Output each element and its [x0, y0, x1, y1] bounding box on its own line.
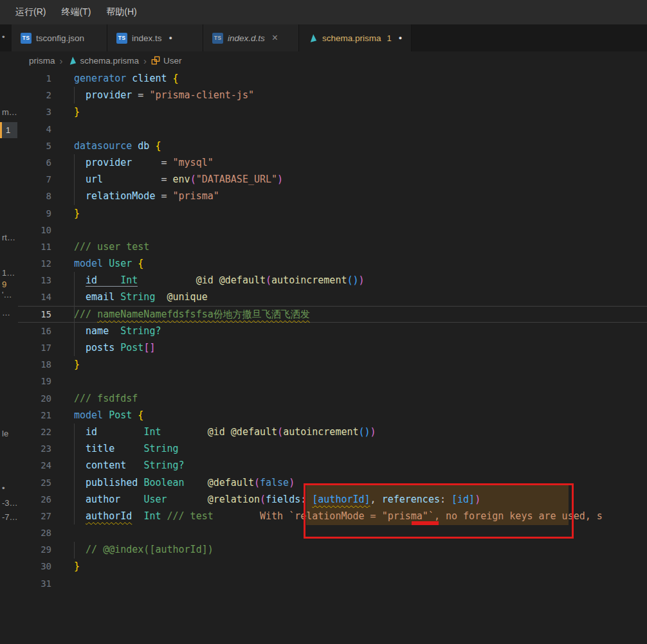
- menu-item[interactable]: 终端(T): [55, 4, 97, 21]
- sidebar-item-fragment[interactable]: •: [2, 483, 5, 493]
- tab-index.d.ts[interactable]: TSindex.d.ts×: [203, 24, 299, 51]
- code-line[interactable]: 7 url = env("DATABASE_URL"): [0, 171, 647, 188]
- tab-tsconfig.json[interactable]: TStsconfig.json: [12, 24, 107, 51]
- typescript-file-icon: TS: [116, 33, 127, 44]
- sidebar-item-fragment[interactable]: •: [2, 32, 5, 42]
- code-text: content String?: [74, 457, 185, 474]
- code-line[interactable]: 30}: [0, 558, 647, 575]
- code-line[interactable]: 29 // @@index([authorId]): [0, 541, 647, 558]
- code-text: author User @relation(fields: [authorId]…: [74, 491, 480, 508]
- code-text: posts Post[]: [74, 339, 155, 356]
- code-line[interactable]: 14 email String @unique: [0, 289, 647, 305]
- menu-item[interactable]: 帮助(H): [100, 4, 143, 21]
- code-text: }: [74, 205, 80, 222]
- sidebar-item-fragment[interactable]: m…: [2, 107, 17, 117]
- code-text: model User {: [74, 255, 143, 272]
- code-line[interactable]: 21model Post {: [0, 407, 647, 424]
- code-text: authorId Int /// test With `relationMode…: [74, 508, 603, 524]
- code-text: }: [74, 558, 80, 575]
- breadcrumb-label: prisma: [29, 56, 55, 66]
- code-text: }: [74, 103, 80, 120]
- code-text: relationMode = "prisma": [74, 188, 219, 204]
- sidebar-item-fragment[interactable]: 1: [0, 122, 17, 138]
- breadcrumb-item-schema.prisma[interactable]: schema.prisma: [68, 56, 140, 66]
- code-line[interactable]: 22 id Int @id @default(autoincrement()): [0, 424, 647, 440]
- breadcrumb: prisma›schema.prisma›User: [0, 51, 647, 69]
- tab-bar: TStsconfig.jsonTSindex.ts●TSindex.d.ts×s…: [0, 24, 647, 51]
- code-line[interactable]: 13 id Int @id @default(autoincrement()): [0, 272, 647, 289]
- code-line[interactable]: 16 name String?: [0, 323, 647, 339]
- code-line[interactable]: 19: [0, 373, 647, 389]
- code-line[interactable]: 24 content String?: [0, 457, 647, 474]
- code-text: email String @unique: [74, 289, 208, 305]
- code-text: generator client {: [74, 70, 179, 87]
- breadcrumb-item-User[interactable]: User: [151, 56, 182, 66]
- code-text: name String?: [74, 323, 161, 339]
- code-text: }: [74, 356, 80, 373]
- prisma-file-icon: [308, 33, 318, 43]
- tab-label: schema.prisma: [322, 33, 381, 43]
- editor[interactable]: 1generator client {2 provider = "prisma-…: [0, 69, 647, 644]
- tab-label: index.ts: [132, 33, 162, 43]
- code-line[interactable]: 18}: [0, 356, 647, 373]
- code-text: title String: [74, 440, 179, 457]
- code-text: id Int @id @default(autoincrement()): [74, 272, 365, 289]
- code-line[interactable]: 26 author User @relation(fields: [author…: [0, 491, 647, 508]
- sidebar-item-fragment[interactable]: le: [2, 429, 8, 438]
- typescript-file-icon: TS: [212, 33, 223, 44]
- code-text: // @@index([authorId]): [74, 541, 214, 558]
- class-symbol-icon: [151, 56, 160, 65]
- prisma-file-icon: [68, 56, 77, 66]
- code-line[interactable]: 1generator client {: [0, 70, 647, 87]
- modified-dot-icon[interactable]: ●: [169, 35, 172, 41]
- problems-badge: 1: [387, 33, 392, 43]
- menu-bar: 运行(R)终端(T)帮助(H): [0, 0, 647, 24]
- code-text: published Boolean @default(false): [74, 474, 295, 491]
- code-line[interactable]: 6 provider = "mysql": [0, 154, 647, 171]
- sidebar-item-fragment[interactable]: …: [2, 308, 10, 318]
- tab-schema.prisma[interactable]: schema.prisma1●: [299, 24, 412, 51]
- code-line[interactable]: 2 provider = "prisma-client-js": [0, 87, 647, 103]
- breadcrumb-label: schema.prisma: [80, 56, 140, 66]
- code-line[interactable]: 8 relationMode = "prisma": [0, 188, 647, 204]
- tab-label: tsconfig.json: [36, 33, 84, 43]
- sidebar-item-fragment[interactable]: -3…: [2, 498, 18, 508]
- code-text: model Post {: [74, 407, 143, 424]
- code-line[interactable]: 25 published Boolean @default(false): [0, 474, 647, 491]
- breadcrumb-separator-icon: ›: [60, 55, 63, 66]
- code-line[interactable]: 15/// nameNameNamefdsfsfsa份地方撒旦飞洒飞洒发: [0, 306, 647, 323]
- code-line[interactable]: 3}: [0, 103, 647, 120]
- code-text: datasource db {: [74, 138, 161, 154]
- code-text: provider = "prisma-client-js": [74, 87, 254, 103]
- sidebar-fragments: •m…1rt…1…9'……le•-3…-7…: [0, 0, 19, 644]
- code-text: /// fsdfdsf: [74, 390, 138, 407]
- breadcrumb-label: User: [163, 56, 182, 66]
- code-line[interactable]: 9}: [0, 205, 647, 222]
- code-line[interactable]: 12model User {: [0, 255, 647, 272]
- code-text: provider = "mysql": [74, 154, 214, 171]
- tab-index.ts[interactable]: TSindex.ts●: [107, 24, 203, 51]
- code-line[interactable]: 23 title String: [0, 440, 647, 457]
- sidebar-item-fragment[interactable]: '…: [2, 290, 12, 300]
- code-text: url = env("DATABASE_URL"): [74, 171, 283, 188]
- sidebar-item-fragment[interactable]: 9: [2, 280, 6, 289]
- code-line[interactable]: 17 posts Post[]: [0, 339, 647, 356]
- code-line[interactable]: 5datasource db {: [0, 138, 647, 154]
- modified-dot-icon[interactable]: ●: [399, 35, 402, 41]
- sidebar-item-fragment[interactable]: -7…: [2, 512, 18, 522]
- breadcrumb-item-prisma[interactable]: prisma: [29, 56, 55, 66]
- tab-label: index.d.ts: [228, 33, 265, 43]
- code-line[interactable]: 27 authorId Int /// test With `relationM…: [0, 508, 647, 524]
- code-line[interactable]: 31: [0, 575, 647, 592]
- code-line[interactable]: 20/// fsdfdsf: [0, 390, 647, 407]
- sidebar-item-fragment[interactable]: 1…: [2, 268, 15, 278]
- code-text: id Int @id @default(autoincrement()): [74, 424, 376, 440]
- sidebar-item-fragment[interactable]: rt…: [2, 233, 15, 242]
- typescript-file-icon: TS: [21, 33, 32, 44]
- code-line[interactable]: 4: [0, 121, 647, 138]
- code-line[interactable]: 28: [0, 524, 647, 541]
- code-line[interactable]: 11/// user test: [0, 238, 647, 255]
- close-icon[interactable]: ×: [272, 33, 278, 43]
- code-line[interactable]: 10: [0, 222, 647, 238]
- code-text: /// nameNameNamefdsfsfsa份地方撒旦飞洒飞洒发: [74, 306, 310, 323]
